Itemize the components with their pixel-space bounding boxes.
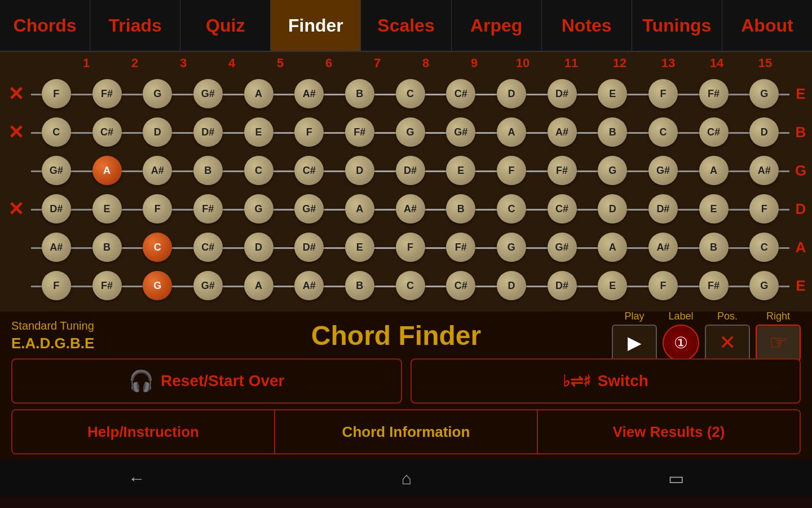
note-1-4[interactable]: E	[244, 117, 273, 147]
note-0-9[interactable]: D	[497, 79, 526, 108]
note-0-2[interactable]: G	[143, 79, 172, 108]
note-0-0[interactable]: F	[42, 79, 71, 108]
pos-button[interactable]: ✕	[705, 325, 750, 361]
note-4-14[interactable]: C	[749, 233, 779, 262]
note-3-13[interactable]: E	[699, 194, 729, 224]
note-2-0[interactable]: G#	[42, 156, 71, 185]
note-0-14[interactable]: G	[749, 79, 779, 108]
note-2-11[interactable]: G	[598, 156, 627, 185]
note-2-10[interactable]: F#	[548, 156, 577, 185]
view-results-button[interactable]: View Results (2)	[538, 410, 800, 453]
note-5-0[interactable]: F	[42, 271, 71, 300]
note-4-10[interactable]: G#	[548, 233, 577, 262]
note-2-12[interactable]: G#	[648, 156, 678, 185]
note-1-10[interactable]: A#	[548, 117, 577, 147]
help-button[interactable]: Help/Instruction	[12, 410, 275, 453]
nav-quiz[interactable]: Quiz	[180, 0, 271, 51]
note-3-1[interactable]: E	[92, 194, 122, 224]
note-2-1[interactable]: A	[92, 156, 122, 185]
note-5-1[interactable]: F#	[92, 271, 122, 300]
note-0-11[interactable]: E	[598, 79, 627, 108]
home-button[interactable]: ⌂	[401, 469, 412, 488]
note-3-10[interactable]: C#	[548, 194, 577, 224]
note-1-3[interactable]: D#	[193, 117, 223, 147]
note-4-1[interactable]: B	[92, 233, 122, 262]
note-2-14[interactable]: A#	[749, 156, 779, 185]
string-mute-3[interactable]: ✕	[0, 198, 31, 220]
note-3-8[interactable]: B	[446, 194, 475, 224]
note-4-9[interactable]: G	[497, 233, 526, 262]
note-5-5[interactable]: A#	[294, 271, 324, 300]
note-0-13[interactable]: F#	[699, 79, 729, 108]
note-5-14[interactable]: G	[749, 271, 779, 300]
right-button[interactable]: ☞	[756, 325, 801, 361]
note-0-10[interactable]: D#	[548, 79, 577, 108]
note-1-13[interactable]: C#	[699, 117, 729, 147]
back-button[interactable]: ←	[128, 469, 145, 488]
switch-button[interactable]: ♭⇌♯ Switch	[411, 358, 801, 404]
note-3-9[interactable]: C	[497, 194, 526, 224]
note-2-7[interactable]: D#	[396, 156, 425, 185]
note-0-8[interactable]: C#	[446, 79, 475, 108]
note-0-6[interactable]: B	[345, 79, 374, 108]
recents-button[interactable]: ▭	[668, 468, 684, 488]
note-4-8[interactable]: F#	[446, 233, 475, 262]
note-5-11[interactable]: E	[598, 271, 627, 300]
string-mute-0[interactable]: ✕	[0, 82, 31, 105]
note-4-2[interactable]: C	[143, 233, 172, 262]
nav-chords[interactable]: Chords	[0, 0, 90, 51]
note-4-6[interactable]: E	[345, 233, 374, 262]
note-5-13[interactable]: F#	[699, 271, 729, 300]
note-5-9[interactable]: D	[497, 271, 526, 300]
note-5-3[interactable]: G#	[193, 271, 223, 300]
note-0-1[interactable]: F#	[92, 79, 122, 108]
label-button[interactable]: ①	[663, 325, 699, 361]
note-4-4[interactable]: D	[244, 233, 273, 262]
note-1-12[interactable]: C	[648, 117, 678, 147]
nav-about[interactable]: About	[722, 0, 812, 51]
reset-button[interactable]: 🎧 Reset/Start Over	[11, 358, 402, 404]
note-4-11[interactable]: A	[598, 233, 627, 262]
nav-finder[interactable]: Finder	[271, 0, 361, 51]
note-3-12[interactable]: D#	[648, 194, 678, 224]
string-mute-1[interactable]: ✕	[0, 121, 31, 143]
play-button[interactable]: ▶	[612, 325, 657, 361]
note-1-2[interactable]: D	[143, 117, 172, 147]
note-4-0[interactable]: A#	[42, 233, 71, 262]
note-3-5[interactable]: G#	[294, 194, 324, 224]
note-3-3[interactable]: F#	[193, 194, 223, 224]
note-2-8[interactable]: E	[446, 156, 475, 185]
note-0-3[interactable]: G#	[193, 79, 223, 108]
note-1-1[interactable]: C#	[92, 117, 122, 147]
note-3-0[interactable]: D#	[42, 194, 71, 224]
note-4-5[interactable]: D#	[294, 233, 324, 262]
nav-notes[interactable]: Notes	[542, 0, 632, 51]
nav-arpeg[interactable]: Arpeg	[452, 0, 542, 51]
note-3-4[interactable]: G	[244, 194, 273, 224]
note-4-13[interactable]: B	[699, 233, 729, 262]
note-3-6[interactable]: A	[345, 194, 374, 224]
note-1-7[interactable]: G	[396, 117, 425, 147]
note-2-6[interactable]: D	[345, 156, 374, 185]
note-1-14[interactable]: D	[749, 117, 779, 147]
note-4-3[interactable]: C#	[193, 233, 223, 262]
nav-triads[interactable]: Triads	[90, 0, 180, 51]
note-5-7[interactable]: C	[396, 271, 425, 300]
nav-scales[interactable]: Scales	[361, 0, 451, 51]
note-1-5[interactable]: F	[294, 117, 324, 147]
note-3-14[interactable]: F	[749, 194, 779, 224]
note-2-9[interactable]: F	[497, 156, 526, 185]
note-2-3[interactable]: B	[193, 156, 223, 185]
nav-tunings[interactable]: Tunings	[632, 0, 722, 51]
note-5-4[interactable]: A	[244, 271, 273, 300]
note-2-5[interactable]: C#	[294, 156, 324, 185]
chord-info-button[interactable]: Chord Information	[275, 410, 538, 453]
note-3-11[interactable]: D	[598, 194, 627, 224]
note-2-4[interactable]: C	[244, 156, 273, 185]
note-3-7[interactable]: A#	[396, 194, 425, 224]
note-5-2[interactable]: G	[143, 271, 172, 300]
note-2-2[interactable]: A#	[143, 156, 172, 185]
note-0-7[interactable]: C	[396, 79, 425, 108]
note-0-12[interactable]: F	[648, 79, 678, 108]
note-5-6[interactable]: B	[345, 271, 374, 300]
